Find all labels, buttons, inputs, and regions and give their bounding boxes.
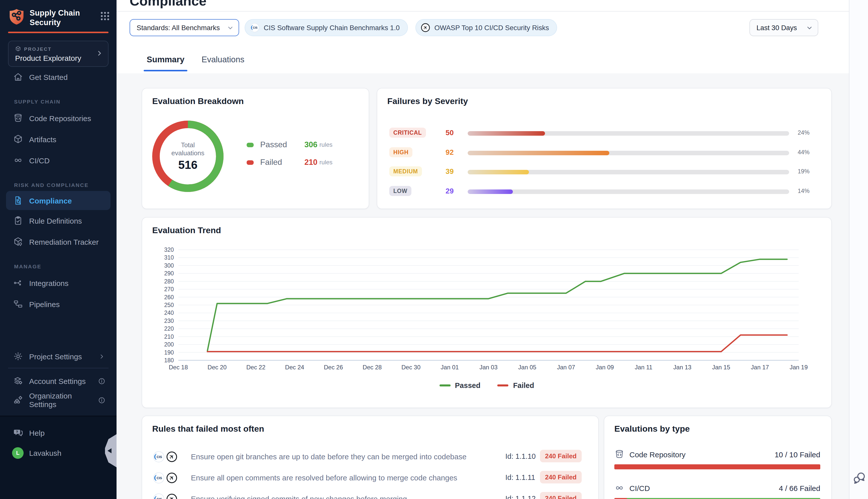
nav-section-caption: SUPPLY CHAIN (0, 96, 116, 108)
project-name: Product Exploratory (15, 54, 81, 62)
legend-item-passed: Passed306rules (247, 139, 362, 151)
sidebar-item-label: Compliance (29, 196, 72, 205)
nav-section-caption: MANAGE (0, 260, 116, 272)
owasp-icon: ✈ (166, 451, 178, 463)
help-label: Help (29, 428, 45, 437)
sidebar-item-project-settings[interactable]: Project Settings (0, 347, 116, 366)
sidebar-nav: Get StartedSUPPLY CHAINCode Repositories… (0, 66, 116, 315)
svg-text:260: 260 (164, 294, 174, 301)
user-name: Lavakush (29, 449, 61, 457)
type-row-code-repository: Code Repository10 / 10 Failed (614, 445, 820, 469)
sidebar-item-rule-definitions[interactable]: Rule Definitions (0, 210, 116, 231)
rule-id: Id: 1.1.12 (505, 495, 536, 499)
svg-text:300: 300 (164, 262, 174, 269)
sidebar-item-compliance[interactable]: Compliance (6, 191, 111, 210)
severity-percent: 44% (798, 148, 809, 156)
date-range-dropdown[interactable]: Last 30 Days (749, 19, 818, 36)
content: Evaluation Breakdown Total evaluations51… (116, 73, 849, 499)
evaluation-breakdown-card: Evaluation Breakdown Total evaluations51… (142, 88, 369, 209)
sidebar-item-ci-cd[interactable]: CI/CD (0, 150, 116, 171)
svg-text:CIS: CIS (253, 26, 258, 29)
type-row-ci-cd: CI/CD4 / 66 Failed (614, 479, 820, 499)
severity-bar-fill (468, 131, 545, 136)
benchmark-pills: CISCIS Software Supply Chain Benchmarks … (245, 19, 557, 36)
sidebar-item-label: Account Settings (29, 377, 86, 385)
org-gear-icon (13, 395, 23, 405)
home-icon (13, 72, 23, 82)
legend-unit: rules (320, 159, 333, 166)
tab-summary[interactable]: Summary (146, 45, 185, 73)
sidebar-item-integrations[interactable]: Integrations (0, 272, 116, 293)
severity-count: 92 (446, 148, 454, 156)
info-icon (98, 377, 106, 385)
infinity-icon (614, 483, 624, 493)
sidebar-item-artifacts[interactable]: Artifacts (0, 129, 116, 150)
failed-count-badge: 240 Failed (540, 450, 582, 462)
rule-row[interactable]: CIS✈Ensure all open comments are resolve… (142, 467, 598, 488)
tab-evaluations[interactable]: Evaluations (200, 45, 245, 73)
cis-icon: CIS (153, 451, 165, 463)
type-bar-failed (614, 464, 820, 469)
svg-text:290: 290 (164, 270, 174, 277)
sidebar-item-organization-settings[interactable]: Organization Settings (0, 390, 116, 410)
failed-count-badge: 240 Failed (540, 471, 582, 484)
sidebar-item-label: Artifacts (29, 135, 56, 144)
severity-percent: 19% (798, 168, 809, 175)
legend-unit: rules (320, 141, 333, 148)
infinity-icon (13, 155, 23, 165)
rules-failed-card: Rules that failed most often CIS✈Ensure … (142, 416, 599, 499)
owasp-icon: ✈ (166, 472, 178, 484)
svg-text:Jan 05: Jan 05 (518, 364, 536, 370)
benchmark-pill-cis[interactable]: CISCIS Software Supply Chain Benchmarks … (245, 19, 408, 36)
legend-swatch (498, 385, 509, 387)
project-selector[interactable]: PROJECT Product Exploratory (8, 41, 109, 67)
severity-badge: LOW (389, 186, 411, 196)
svg-text:280: 280 (164, 278, 174, 285)
chevron-right-icon (98, 353, 106, 360)
user-avatar: L (12, 447, 24, 459)
sidebar-settings: Project SettingsAccount SettingsOrganiza… (0, 347, 116, 410)
rule-row[interactable]: CIS✈Ensure verifying signed commits of n… (142, 488, 598, 499)
svg-text:210: 210 (164, 333, 174, 340)
svg-text:Dec 20: Dec 20 (208, 364, 226, 370)
user-menu[interactable]: L Lavakush (0, 443, 116, 463)
evaluation-trend-card: Evaluation Trend 18019020021022023024025… (142, 217, 832, 408)
severity-bar-track (468, 189, 789, 194)
main-area: Compliance Standards: All Benchmarks CIS… (116, 0, 849, 499)
sidebar-item-label: Code Repositories (29, 114, 91, 122)
help-button[interactable]: ? Help (0, 423, 116, 443)
repo-icon (13, 113, 23, 123)
sidebar-item-get-started[interactable]: Get Started (0, 66, 116, 87)
sidebar-item-account-settings[interactable]: Account Settings (0, 372, 116, 390)
sidebar-item-code-repositories[interactable]: Code Repositories (0, 108, 116, 129)
legend-label: Passed (260, 140, 305, 149)
rule-row[interactable]: CIS✈Ensure open git branches are up to d… (142, 446, 598, 467)
standards-dropdown[interactable]: Standards: All Benchmarks (129, 19, 239, 36)
sidebar-item-label: Project Settings (29, 352, 82, 361)
cis-icon: CIS (153, 493, 165, 499)
clipboard-check-icon (13, 216, 23, 226)
type-value: 10 / 10 Failed (774, 450, 820, 459)
app-root: Supply ChainSecurity PROJECT Product Exp… (0, 0, 868, 499)
sidebar-item-remediation-tracker[interactable]: Remediation Tracker (0, 231, 116, 252)
svg-text:?: ? (16, 430, 18, 434)
app-switcher-grid-icon[interactable] (99, 11, 111, 22)
severity-badge: MEDIUM (389, 166, 422, 177)
svg-text:310: 310 (164, 254, 174, 261)
chat-widget-icon[interactable] (852, 470, 867, 485)
legend-swatch (439, 385, 450, 387)
date-range-value: Last 30 Days (756, 24, 797, 32)
legend-swatch (247, 143, 254, 147)
chevron-down-icon (806, 24, 813, 31)
legend-label: Passed (455, 381, 481, 389)
svg-text:Dec 26: Dec 26 (324, 364, 343, 370)
svg-text:180: 180 (164, 357, 174, 364)
trend-legend-passed: Passed (439, 381, 481, 389)
svg-text:Jan 15: Jan 15 (712, 364, 730, 370)
benchmark-pill-owasp[interactable]: ✈OWASP Top 10 CI/CD Security Risks (415, 19, 557, 36)
donut-total-value: 516 (178, 158, 198, 172)
cis-icon: CIS (153, 472, 165, 484)
rule-text: Ensure open git branches are up to date … (191, 452, 467, 461)
svg-text:CIS: CIS (157, 497, 162, 499)
sidebar-item-pipelines[interactable]: Pipelines (0, 293, 116, 315)
